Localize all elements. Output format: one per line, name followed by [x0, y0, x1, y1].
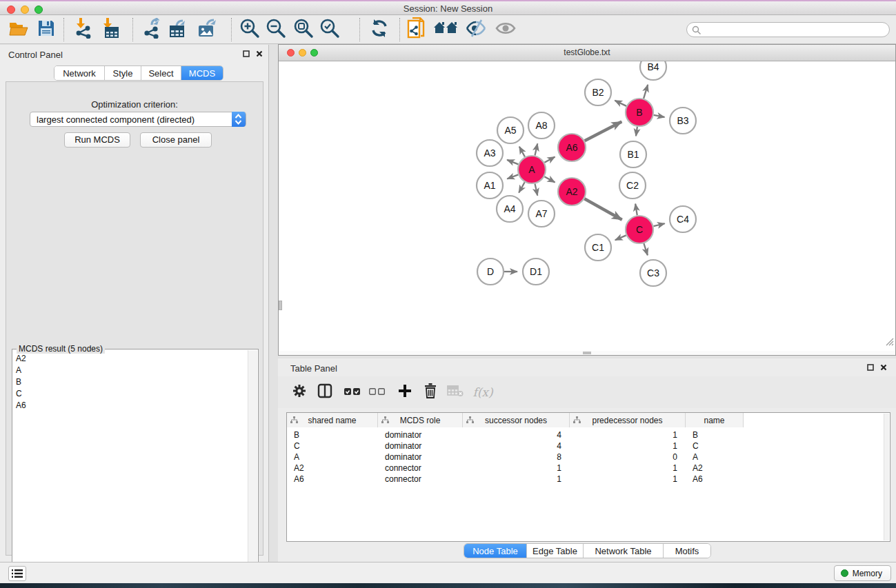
table-row-A6[interactable]: A6connector11A6	[287, 474, 744, 485]
edge-B-B3[interactable]	[654, 115, 665, 117]
mcds-list-scrollbar[interactable]	[248, 350, 257, 587]
table-row-B[interactable]: Bdominator41B	[287, 429, 744, 440]
column-header-predecessor-nodes[interactable]: predecessor nodes	[570, 413, 686, 427]
column-header-successor-nodes[interactable]: successor nodes	[463, 413, 570, 427]
table-tab-node-table[interactable]: Node Table	[464, 544, 527, 558]
table-row-A2[interactable]: A2connector11A2	[287, 463, 744, 474]
export-network-icon[interactable]	[142, 18, 163, 41]
edge-A-A4[interactable]	[519, 182, 525, 192]
node-A2[interactable]: A2	[558, 178, 586, 205]
table-tab-motifs[interactable]: Motifs	[664, 544, 710, 558]
edge-C-C1[interactable]	[615, 235, 626, 240]
home-layout-icon[interactable]	[433, 20, 458, 39]
node-table[interactable]: shared nameMCDS rolesuccessor nodesprede…	[286, 412, 890, 542]
node-C3[interactable]: C3	[640, 260, 666, 286]
mcds-result-item[interactable]: A6	[13, 400, 248, 412]
import-table-icon[interactable]	[101, 18, 120, 41]
zoom-in-icon[interactable]	[239, 18, 260, 41]
network-vscroll-thumb[interactable]	[279, 301, 282, 310]
node-A4[interactable]: A4	[497, 196, 523, 222]
node-B[interactable]: B	[626, 99, 653, 126]
save-session-icon[interactable]	[37, 19, 55, 40]
memory-button[interactable]: Memory	[834, 565, 891, 581]
open-session-icon[interactable]	[8, 19, 29, 40]
edge-C-C2[interactable]	[635, 204, 637, 216]
zoom-selected-icon[interactable]	[319, 18, 340, 41]
network-canvas[interactable]: B4B2BB3A8A5A6A3B1AC2A1A2A4A7C4CC1DD1C3	[279, 61, 895, 352]
deselect-all-checkboxes-icon[interactable]	[369, 386, 386, 398]
edge-A-A2[interactable]	[544, 176, 555, 182]
node-B4[interactable]: B4	[640, 61, 666, 80]
node-A6[interactable]: A6	[558, 134, 586, 161]
select-all-checkboxes-icon[interactable]	[344, 386, 361, 398]
network-hscroll[interactable]	[279, 351, 895, 355]
edge-C-C3[interactable]	[644, 243, 647, 255]
node-B2[interactable]: B2	[585, 79, 611, 105]
node-B1[interactable]: B1	[620, 141, 646, 168]
node-A8[interactable]: A8	[528, 112, 555, 139]
delete-column-trash-icon[interactable]	[424, 383, 437, 401]
node-C[interactable]: C	[626, 216, 653, 243]
node-A7[interactable]: A7	[528, 201, 555, 227]
float-panel-icon[interactable]	[243, 50, 250, 57]
tab-mcds[interactable]: MCDS	[181, 66, 223, 80]
zoom-fit-icon[interactable]	[293, 18, 314, 41]
table-scrollbar[interactable]	[884, 414, 889, 540]
mcds-result-item[interactable]: A2	[13, 353, 248, 365]
column-header-MCDS-role[interactable]: MCDS role	[378, 413, 463, 427]
float-table-panel-icon[interactable]	[867, 364, 874, 371]
node-B3[interactable]: B3	[670, 108, 696, 134]
table-tab-edge-table[interactable]: Edge Table	[527, 544, 584, 558]
table-tab-network-table[interactable]: Network Table	[584, 544, 664, 558]
edge-A6-B[interactable]	[585, 121, 622, 141]
node-D[interactable]: D	[477, 258, 504, 285]
node-C1[interactable]: C1	[585, 234, 611, 261]
run-mcds-button[interactable]: Run MCDS	[64, 132, 130, 148]
edge-B-B2[interactable]	[615, 101, 626, 106]
mcds-result-item[interactable]: A	[13, 365, 248, 376]
resize-grip-icon[interactable]	[884, 336, 894, 346]
edge-B-B4[interactable]	[644, 85, 648, 99]
table-settings-gear-icon[interactable]	[292, 383, 307, 401]
hide-selected-icon[interactable]	[465, 19, 487, 40]
edge-A-A3[interactable]	[507, 160, 518, 164]
show-all-icon[interactable]	[495, 20, 516, 39]
network-graph[interactable]: B4B2BB3A8A5A6A3B1AC2A1A2A4A7C4CC1DD1C3	[279, 61, 895, 352]
node-A3[interactable]: A3	[477, 140, 503, 166]
node-D1[interactable]: D1	[523, 258, 549, 285]
edge-A-A8[interactable]	[535, 143, 537, 155]
add-column-icon[interactable]	[398, 384, 412, 401]
close-panel-button[interactable]: Close panel	[140, 132, 212, 148]
search-field[interactable]	[686, 22, 890, 37]
optimization-criterion-dropdown[interactable]: largest connected component (directed)	[30, 112, 246, 127]
network-window-titlebar[interactable]: testGlobe.txt	[279, 45, 895, 61]
column-header-shared-name[interactable]: shared name	[287, 413, 378, 427]
network-hscroll-thumb[interactable]	[583, 352, 591, 354]
edge-B-B1[interactable]	[636, 127, 637, 136]
refresh-icon[interactable]	[370, 19, 389, 41]
node-A[interactable]: A	[518, 156, 546, 183]
node-A1[interactable]: A1	[477, 172, 503, 199]
column-header-name[interactable]: name	[686, 413, 744, 427]
tab-network[interactable]: Network	[54, 66, 105, 80]
node-A5[interactable]: A5	[497, 117, 524, 143]
search-input[interactable]	[704, 23, 884, 36]
column-selector-icon[interactable]	[317, 383, 332, 401]
clone-network-icon[interactable]	[407, 17, 426, 42]
import-network-icon[interactable]	[74, 18, 93, 41]
edge-A-A1[interactable]	[507, 174, 518, 179]
close-panel-icon[interactable]	[256, 50, 263, 57]
tab-select[interactable]: Select	[141, 66, 181, 80]
node-C2[interactable]: C2	[619, 172, 646, 199]
mcds-result-item[interactable]: B	[13, 376, 248, 388]
edge-A-A7[interactable]	[535, 184, 537, 196]
edge-C-C4[interactable]	[653, 223, 664, 226]
tab-style[interactable]: Style	[105, 66, 141, 80]
close-table-panel-icon[interactable]	[880, 364, 887, 371]
table-row-A[interactable]: Adominator80A	[287, 452, 744, 463]
node-C4[interactable]: C4	[670, 206, 696, 232]
mcds-result-list[interactable]: A2ABCA6	[13, 353, 248, 587]
table-row-C[interactable]: Cdominator41C	[287, 440, 744, 452]
export-image-icon[interactable]	[197, 18, 217, 41]
edge-A-A6[interactable]	[544, 157, 555, 163]
